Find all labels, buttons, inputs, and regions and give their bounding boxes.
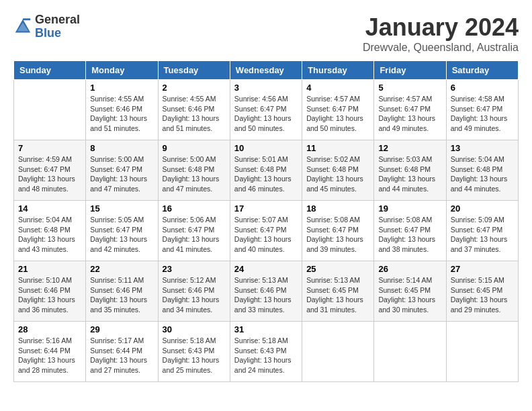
- day-number: 15: [90, 203, 153, 214]
- day-number: 12: [378, 143, 441, 153]
- day-info: Sunrise: 4:55 AM Sunset: 6:46 PM Dayligh…: [163, 94, 226, 134]
- logo-general: General: [35, 13, 80, 27]
- calendar-cell: 14Sunrise: 5:04 AM Sunset: 6:48 PM Dayli…: [14, 201, 86, 261]
- day-number: 27: [451, 264, 514, 274]
- day-info: Sunrise: 5:06 AM Sunset: 6:47 PM Dayligh…: [163, 215, 226, 255]
- calendar-cell: 27Sunrise: 5:15 AM Sunset: 6:45 PM Dayli…: [446, 261, 518, 322]
- day-info: Sunrise: 5:18 AM Sunset: 6:43 PM Dayligh…: [234, 336, 298, 375]
- weekday-header-row: SundayMondayTuesdayWednesdayThursdayFrid…: [14, 61, 519, 80]
- day-info: Sunrise: 4:57 AM Sunset: 6:47 PM Dayligh…: [306, 94, 369, 134]
- day-info: Sunrise: 5:00 AM Sunset: 6:48 PM Dayligh…: [163, 154, 226, 194]
- day-number: 6: [451, 83, 514, 93]
- weekday-tuesday: Tuesday: [158, 61, 230, 80]
- day-info: Sunrise: 5:01 AM Sunset: 6:48 PM Dayligh…: [234, 154, 298, 194]
- calendar-cell: 30Sunrise: 5:18 AM Sunset: 6:43 PM Dayli…: [158, 322, 230, 382]
- day-info: Sunrise: 5:04 AM Sunset: 6:48 PM Dayligh…: [18, 215, 81, 255]
- weekday-saturday: Saturday: [446, 61, 518, 80]
- calendar-cell: 16Sunrise: 5:06 AM Sunset: 6:47 PM Dayli…: [158, 201, 230, 261]
- day-number: 5: [378, 83, 441, 93]
- day-number: 14: [18, 203, 81, 214]
- calendar-cell: 15Sunrise: 5:05 AM Sunset: 6:47 PM Dayli…: [86, 201, 158, 261]
- logo-icon: [13, 17, 32, 36]
- day-number: 3: [234, 83, 298, 93]
- day-number: 22: [90, 264, 153, 274]
- day-info: Sunrise: 5:11 AM Sunset: 6:46 PM Dayligh…: [90, 275, 153, 315]
- day-number: 1: [90, 83, 153, 93]
- day-number: 10: [234, 143, 298, 153]
- calendar-cell: [374, 322, 446, 382]
- day-info: Sunrise: 5:17 AM Sunset: 6:44 PM Dayligh…: [90, 336, 153, 375]
- calendar-cell: 22Sunrise: 5:11 AM Sunset: 6:46 PM Dayli…: [86, 261, 158, 322]
- weekday-sunday: Sunday: [14, 61, 86, 80]
- day-number: 18: [306, 203, 369, 214]
- weekday-wednesday: Wednesday: [230, 61, 302, 80]
- day-number: 19: [378, 203, 441, 214]
- day-info: Sunrise: 5:04 AM Sunset: 6:48 PM Dayligh…: [451, 154, 514, 194]
- calendar-cell: [446, 322, 518, 382]
- calendar-cell: 20Sunrise: 5:09 AM Sunset: 6:47 PM Dayli…: [446, 201, 518, 261]
- location-title: Drewvale, Queensland, Australia: [363, 42, 519, 54]
- calendar-cell: [302, 322, 374, 382]
- day-info: Sunrise: 5:10 AM Sunset: 6:46 PM Dayligh…: [18, 275, 81, 315]
- calendar-cell: 18Sunrise: 5:08 AM Sunset: 6:47 PM Dayli…: [302, 201, 374, 261]
- day-number: 20: [451, 203, 514, 214]
- day-number: 25: [306, 264, 369, 274]
- day-info: Sunrise: 5:13 AM Sunset: 6:45 PM Dayligh…: [306, 275, 369, 315]
- calendar-cell: 1Sunrise: 4:55 AM Sunset: 6:46 PM Daylig…: [86, 80, 158, 140]
- day-number: 17: [234, 203, 298, 214]
- day-number: 9: [163, 143, 226, 153]
- day-number: 4: [306, 83, 369, 93]
- calendar-cell: 4Sunrise: 4:57 AM Sunset: 6:47 PM Daylig…: [302, 80, 374, 140]
- day-info: Sunrise: 5:18 AM Sunset: 6:43 PM Dayligh…: [163, 336, 226, 375]
- day-info: Sunrise: 5:12 AM Sunset: 6:46 PM Dayligh…: [163, 275, 226, 315]
- weekday-thursday: Thursday: [302, 61, 374, 80]
- day-info: Sunrise: 5:15 AM Sunset: 6:45 PM Dayligh…: [451, 275, 514, 315]
- week-row-3: 14Sunrise: 5:04 AM Sunset: 6:48 PM Dayli…: [14, 201, 519, 261]
- day-info: Sunrise: 5:08 AM Sunset: 6:47 PM Dayligh…: [378, 215, 441, 255]
- week-row-5: 28Sunrise: 5:16 AM Sunset: 6:44 PM Dayli…: [14, 322, 519, 382]
- day-number: 21: [18, 264, 81, 274]
- calendar-cell: 7Sunrise: 4:59 AM Sunset: 6:47 PM Daylig…: [14, 140, 86, 201]
- calendar-cell: 21Sunrise: 5:10 AM Sunset: 6:46 PM Dayli…: [14, 261, 86, 322]
- calendar-cell: 9Sunrise: 5:00 AM Sunset: 6:48 PM Daylig…: [158, 140, 230, 201]
- day-info: Sunrise: 5:02 AM Sunset: 6:48 PM Dayligh…: [306, 154, 369, 194]
- calendar-cell: 25Sunrise: 5:13 AM Sunset: 6:45 PM Dayli…: [302, 261, 374, 322]
- calendar-cell: 5Sunrise: 4:57 AM Sunset: 6:47 PM Daylig…: [374, 80, 446, 140]
- day-number: 29: [90, 324, 153, 334]
- calendar-cell: 10Sunrise: 5:01 AM Sunset: 6:48 PM Dayli…: [230, 140, 302, 201]
- calendar-cell: 6Sunrise: 4:58 AM Sunset: 6:47 PM Daylig…: [446, 80, 518, 140]
- week-row-4: 21Sunrise: 5:10 AM Sunset: 6:46 PM Dayli…: [14, 261, 519, 322]
- calendar-cell: 28Sunrise: 5:16 AM Sunset: 6:44 PM Dayli…: [14, 322, 86, 382]
- calendar-cell: 11Sunrise: 5:02 AM Sunset: 6:48 PM Dayli…: [302, 140, 374, 201]
- calendar-cell: 23Sunrise: 5:12 AM Sunset: 6:46 PM Dayli…: [158, 261, 230, 322]
- day-info: Sunrise: 5:14 AM Sunset: 6:45 PM Dayligh…: [378, 275, 441, 315]
- week-row-1: 1Sunrise: 4:55 AM Sunset: 6:46 PM Daylig…: [14, 80, 519, 140]
- day-info: Sunrise: 5:08 AM Sunset: 6:47 PM Dayligh…: [306, 215, 369, 255]
- day-number: 16: [163, 203, 226, 214]
- weekday-friday: Friday: [374, 61, 446, 80]
- calendar-cell: 24Sunrise: 5:13 AM Sunset: 6:46 PM Dayli…: [230, 261, 302, 322]
- logo-blue: Blue: [35, 27, 80, 40]
- page-header: General Blue January 2024 Drewvale, Quee…: [13, 13, 519, 54]
- day-number: 11: [306, 143, 369, 153]
- day-info: Sunrise: 4:59 AM Sunset: 6:47 PM Dayligh…: [18, 154, 81, 194]
- day-number: 24: [234, 264, 298, 274]
- title-area: January 2024 Drewvale, Queensland, Austr…: [363, 13, 519, 54]
- day-info: Sunrise: 5:05 AM Sunset: 6:47 PM Dayligh…: [90, 215, 153, 255]
- calendar-cell: 31Sunrise: 5:18 AM Sunset: 6:43 PM Dayli…: [230, 322, 302, 382]
- day-number: 28: [18, 324, 81, 334]
- calendar-cell: 2Sunrise: 4:55 AM Sunset: 6:46 PM Daylig…: [158, 80, 230, 140]
- day-info: Sunrise: 5:16 AM Sunset: 6:44 PM Dayligh…: [18, 336, 81, 375]
- day-number: 2: [163, 83, 226, 93]
- calendar-cell: [14, 80, 86, 140]
- day-number: 23: [163, 264, 226, 274]
- calendar-cell: 12Sunrise: 5:03 AM Sunset: 6:48 PM Dayli…: [374, 140, 446, 201]
- calendar-cell: 17Sunrise: 5:07 AM Sunset: 6:47 PM Dayli…: [230, 201, 302, 261]
- day-info: Sunrise: 5:07 AM Sunset: 6:47 PM Dayligh…: [234, 215, 298, 255]
- day-number: 26: [378, 264, 441, 274]
- logo: General Blue: [13, 13, 80, 40]
- day-info: Sunrise: 4:56 AM Sunset: 6:47 PM Dayligh…: [234, 94, 298, 134]
- calendar-cell: 26Sunrise: 5:14 AM Sunset: 6:45 PM Dayli…: [374, 261, 446, 322]
- calendar-cell: 3Sunrise: 4:56 AM Sunset: 6:47 PM Daylig…: [230, 80, 302, 140]
- day-info: Sunrise: 4:58 AM Sunset: 6:47 PM Dayligh…: [451, 94, 514, 134]
